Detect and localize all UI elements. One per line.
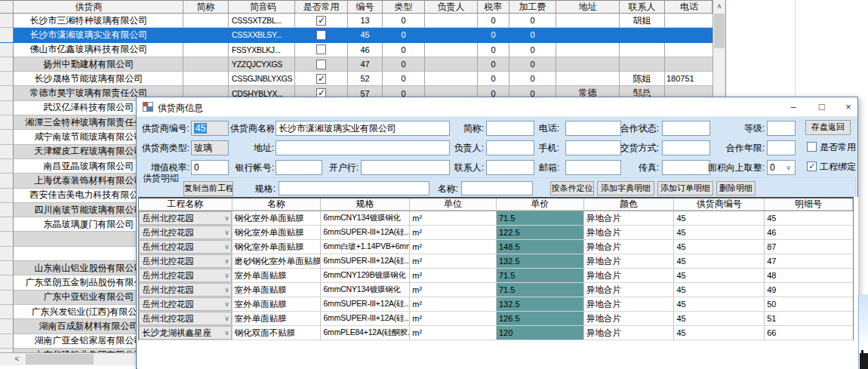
col-header-supplier[interactable]: 供货商 bbox=[14, 1, 183, 13]
cell-supplier[interactable]: 佛山市亿鑫玻璃科技有限公司 bbox=[14, 43, 183, 57]
col-header-manager[interactable]: 负责人 bbox=[425, 1, 478, 13]
row-header-cell[interactable] bbox=[0, 275, 14, 290]
col-header-contact[interactable]: 联系人 bbox=[620, 1, 665, 13]
cell-detail-no[interactable]: 87 bbox=[765, 240, 853, 254]
cell-tax[interactable]: 0 bbox=[478, 57, 509, 72]
row-header-corner[interactable] bbox=[0, 1, 14, 13]
cell-manager[interactable] bbox=[425, 28, 478, 42]
cell-short-name[interactable] bbox=[183, 57, 229, 72]
common-checkbox[interactable] bbox=[316, 16, 326, 26]
cell-name[interactable]: 室外单面贴膜 bbox=[232, 297, 322, 312]
cell-supplier[interactable]: 长沙市潇湘玻璃实业有限公司 bbox=[14, 28, 183, 42]
cell-supplier-no[interactable]: 45 bbox=[674, 312, 765, 326]
address-input[interactable] bbox=[275, 140, 450, 155]
common-checkbox[interactable] bbox=[316, 45, 326, 54]
cell-short-name[interactable] bbox=[183, 72, 229, 86]
cell-project[interactable]: 岳州北控花园∨ bbox=[139, 297, 232, 312]
project-combobox[interactable]: 岳州北控花园∨ bbox=[139, 312, 232, 325]
cell-phone[interactable] bbox=[665, 28, 713, 42]
cell-detail-no[interactable]: 50 bbox=[765, 297, 853, 312]
project-combobox[interactable]: 岳州北控花园∨ bbox=[139, 269, 232, 282]
col-header-tax[interactable]: 税率 bbox=[478, 1, 509, 13]
delete-detail-button[interactable]: 删除明细 bbox=[716, 181, 756, 195]
cell-address[interactable] bbox=[556, 28, 620, 42]
row-header-cell[interactable] bbox=[0, 14, 14, 28]
cell-color[interactable]: 异地合片 bbox=[584, 240, 675, 254]
supplier-no-input[interactable]: 45 bbox=[191, 121, 229, 136]
table-row[interactable]: 扬州中勤建材有限公司 YZZQJCYXGS 47 0 0 0 bbox=[0, 57, 713, 72]
row-header-cell[interactable] bbox=[0, 86, 14, 100]
cell-project[interactable]: 长沙龙湖祺鑫星座∨ bbox=[139, 326, 232, 340]
cell-color[interactable]: 异地合片 bbox=[584, 211, 675, 226]
cell-contact[interactable] bbox=[620, 57, 665, 72]
spec-filter-input[interactable] bbox=[279, 181, 429, 195]
common-use-checkbox[interactable] bbox=[807, 142, 817, 152]
cell-phone[interactable] bbox=[665, 43, 713, 57]
cell-price[interactable]: 132.5 bbox=[497, 297, 584, 312]
col-header-supplier-no[interactable]: 供货商编号 bbox=[674, 198, 765, 211]
add-order-detail-button[interactable]: 添加订单明细 bbox=[657, 181, 713, 195]
row-header-cell[interactable] bbox=[0, 232, 14, 246]
cell-common[interactable] bbox=[295, 28, 348, 42]
cell-name[interactable]: 磨砂钢化室外单面贴膜 bbox=[232, 254, 322, 269]
col-header-detail-no[interactable]: 明细号 bbox=[765, 198, 853, 211]
cell-address[interactable] bbox=[556, 43, 620, 57]
vat-rate-input[interactable]: 0 bbox=[191, 160, 229, 175]
cell-color[interactable]: 异地合片 bbox=[584, 269, 675, 283]
cell-common[interactable] bbox=[295, 14, 348, 28]
row-header-cell[interactable] bbox=[0, 261, 14, 275]
project-combobox[interactable]: 岳州北控花园∨ bbox=[139, 226, 232, 239]
cell-phone[interactable]: 180751 bbox=[665, 72, 713, 86]
cell-manager[interactable] bbox=[425, 72, 478, 86]
row-header-cell[interactable] bbox=[0, 334, 14, 349]
cell-detail-no[interactable]: 47 bbox=[765, 254, 853, 269]
cell-number[interactable]: 45 bbox=[348, 28, 383, 42]
cell-fee[interactable]: 0 bbox=[509, 72, 556, 86]
cell-code[interactable]: CSSSXTZBL... bbox=[229, 14, 295, 28]
cell-unit[interactable]: m² bbox=[410, 297, 497, 312]
cell-spec[interactable]: 6mmCNY134镀膜钢化 bbox=[321, 211, 410, 226]
email-input[interactable] bbox=[565, 160, 621, 175]
cell-number[interactable]: 52 bbox=[348, 72, 383, 86]
cell-color[interactable]: 异地合片 bbox=[584, 254, 675, 269]
cell-unit[interactable]: m² bbox=[410, 326, 497, 340]
row-header-cell[interactable] bbox=[0, 174, 14, 188]
cell-manager[interactable] bbox=[425, 57, 478, 72]
cell-price[interactable]: 126.5 bbox=[497, 312, 584, 326]
cell-code[interactable]: CSSGJNBLYXGS bbox=[229, 72, 295, 86]
cell-type[interactable]: 0 bbox=[383, 72, 425, 86]
col-header-color[interactable]: 颜色 bbox=[584, 198, 675, 211]
minimize-button[interactable]: – bbox=[782, 97, 805, 117]
cell-number[interactable]: 13 bbox=[348, 14, 383, 28]
detail-row[interactable]: 岳州北控花园∨ 室外单面贴膜 6mmSUPER-III+12A(硅... m² … bbox=[139, 297, 853, 312]
detail-row[interactable]: 岳州北控花园∨ 室外单面贴膜 6mmCNY129B镀膜钢化 m² 71.5 异地… bbox=[139, 269, 853, 283]
name-filter-input[interactable] bbox=[461, 181, 533, 195]
detail-row[interactable]: 岳州北控花园∨ 钢化室外单面贴膜 6mmSUPER-III+12A(硅... m… bbox=[139, 226, 853, 240]
common-checkbox[interactable] bbox=[316, 60, 326, 69]
row-header-cell[interactable] bbox=[0, 305, 14, 319]
table-row[interactable]: 长沙市三湘特种玻璃有限公司 CSSSXTZBL... 13 0 0 0 胡姐 bbox=[0, 14, 713, 28]
horizontal-scroll-thumb[interactable] bbox=[26, 354, 94, 364]
cell-code[interactable]: FSSYXBLKJ... bbox=[229, 43, 295, 57]
cell-manager[interactable] bbox=[425, 43, 478, 57]
cell-contact[interactable]: 陈姐 bbox=[620, 72, 665, 86]
col-header-project[interactable]: 工程名称 bbox=[139, 198, 232, 211]
delivery-method-input[interactable] bbox=[662, 140, 710, 155]
cell-fee[interactable]: 0 bbox=[509, 43, 556, 57]
cell-spec[interactable]: 6mm白玻+1.14PVB+6mm... bbox=[321, 240, 410, 254]
cell-tax[interactable]: 0 bbox=[478, 14, 509, 28]
cell-detail-no[interactable]: 66 bbox=[765, 326, 853, 340]
row-header-cell[interactable] bbox=[0, 159, 14, 174]
row-header-cell[interactable] bbox=[0, 189, 14, 203]
detail-row[interactable]: 岳州北控花园∨ 钢化室外单面贴膜 6mmCNY134镀膜钢化 m² 71.5 异… bbox=[139, 211, 853, 226]
chevron-down-icon[interactable]: ∨ bbox=[224, 327, 229, 339]
cell-common[interactable] bbox=[295, 57, 348, 72]
col-header-unit[interactable]: 单位 bbox=[410, 198, 497, 211]
cell-detail-no[interactable]: 49 bbox=[765, 283, 853, 297]
chevron-down-icon[interactable]: ∨ bbox=[224, 226, 229, 238]
add-dictionary-detail-button[interactable]: 添加字典明细 bbox=[597, 181, 654, 195]
chevron-down-icon[interactable]: ∨ bbox=[224, 269, 229, 281]
cell-price[interactable]: 120 bbox=[497, 326, 584, 340]
cell-spec[interactable]: 6mmSUPER-III+12A(硅... bbox=[321, 254, 410, 269]
cell-unit[interactable]: m² bbox=[410, 240, 497, 254]
